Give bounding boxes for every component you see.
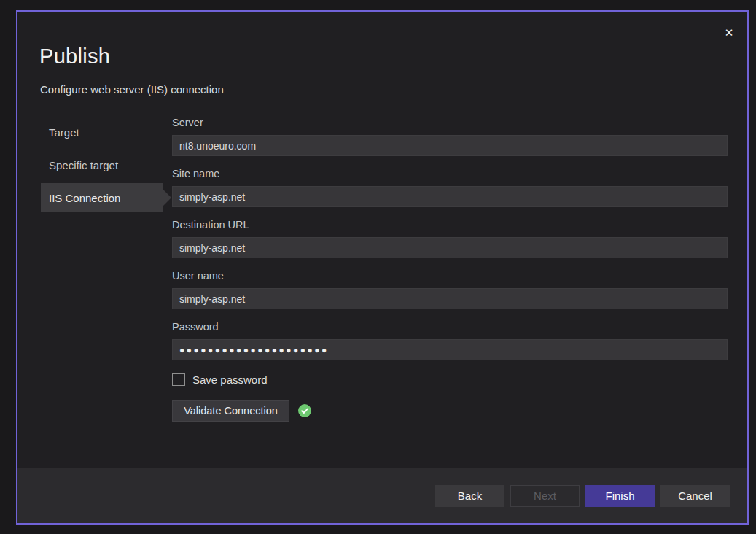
page-title: Publish <box>39 44 110 69</box>
iis-connection-form: Server Site name Destination URL User na… <box>172 117 728 422</box>
validate-connection-button[interactable]: Validate Connection <box>172 400 289 422</box>
save-password-label: Save password <box>192 374 268 386</box>
back-button[interactable]: Back <box>435 485 504 507</box>
password-label: Password <box>172 321 728 335</box>
user-name-label: User name <box>172 270 728 284</box>
sidebar-item-label: Specific target <box>49 159 118 171</box>
destination-url-field-group: Destination URL <box>172 219 728 258</box>
sidebar-item-specific-target[interactable]: Specific target <box>41 149 163 182</box>
password-field-group: Password <box>172 321 728 360</box>
close-button[interactable]: ✕ <box>721 25 737 41</box>
dialog-footer: Back Next Finish Cancel <box>17 468 747 523</box>
site-name-input[interactable] <box>172 186 728 207</box>
server-input[interactable] <box>172 135 728 156</box>
sidebar-item-label: IIS Connection <box>49 192 120 204</box>
user-name-field-group: User name <box>172 270 728 309</box>
site-name-label: Site name <box>172 168 728 182</box>
wizard-steps-sidebar: Target Specific target IIS Connection <box>41 116 163 214</box>
next-button[interactable]: Next <box>510 485 580 507</box>
sidebar-item-label: Target <box>49 126 79 139</box>
site-name-field-group: Site name <box>172 168 728 207</box>
publish-dialog: ✕ Publish Configure web server (IIS) con… <box>16 10 749 525</box>
finish-button[interactable]: Finish <box>585 485 655 507</box>
save-password-checkbox[interactable] <box>172 373 185 386</box>
selected-step-arrow <box>163 190 171 206</box>
cancel-button[interactable]: Cancel <box>660 485 730 507</box>
destination-url-input[interactable] <box>172 237 728 258</box>
close-icon: ✕ <box>725 26 734 39</box>
sidebar-item-iis-connection[interactable]: IIS Connection <box>41 183 163 212</box>
validation-success-icon <box>298 404 311 417</box>
sidebar-item-target[interactable]: Target <box>41 116 163 149</box>
validate-row: Validate Connection <box>172 400 728 422</box>
user-name-input[interactable] <box>172 288 728 309</box>
password-input[interactable] <box>172 339 728 360</box>
destination-url-label: Destination URL <box>172 219 728 233</box>
page-subtitle: Configure web server (IIS) connection <box>40 83 224 96</box>
save-password-row: Save password <box>172 373 728 386</box>
server-label: Server <box>172 117 728 131</box>
server-field-group: Server <box>172 117 728 156</box>
